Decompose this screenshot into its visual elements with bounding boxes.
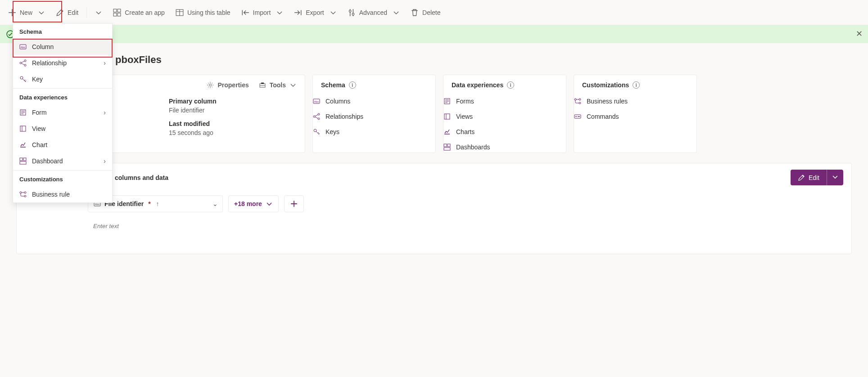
- dropdown-item-dashboard[interactable]: Dashboard ›: [13, 153, 112, 169]
- dropdown-item-label: Relationship: [32, 59, 67, 67]
- chevron-down-icon: [95, 9, 102, 16]
- view-icon: [443, 113, 451, 120]
- separator: [13, 170, 112, 171]
- chevron-down-icon: [289, 81, 297, 89]
- dropdown-item-business-rule[interactable]: Business rule: [13, 186, 112, 202]
- sliders-icon: [348, 9, 356, 17]
- link-label: Keys: [326, 128, 339, 135]
- schema-link-relationships[interactable]: Relationships: [313, 113, 435, 120]
- schema-link-columns[interactable]: Abc Columns: [313, 98, 435, 105]
- dropdown-item-relationship[interactable]: Relationship ›: [13, 55, 112, 71]
- dropdown-item-label: Chart: [32, 141, 47, 148]
- edit-label: Edit: [809, 174, 819, 181]
- trash-icon: [411, 9, 419, 17]
- pencil-icon: [798, 174, 805, 181]
- data-exp-link-charts[interactable]: Charts: [443, 128, 566, 135]
- svg-point-27: [318, 113, 320, 115]
- chevron-down-icon[interactable]: ⌄: [212, 200, 218, 207]
- dropdown-item-chart[interactable]: Chart: [13, 137, 112, 153]
- dropdown-section-data-exp: Data experiences: [13, 90, 112, 104]
- data-exp-link-dashboards[interactable]: Dashboards: [443, 144, 566, 151]
- more-columns-button[interactable]: +18 more: [228, 195, 279, 212]
- new-button[interactable]: New: [4, 6, 50, 19]
- dropdown-item-view[interactable]: View: [13, 121, 112, 137]
- edit-button-main[interactable]: Edit: [791, 171, 827, 185]
- svg-point-37: [579, 99, 581, 100]
- svg-rect-18: [20, 162, 26, 164]
- info-icon[interactable]: i: [507, 81, 514, 89]
- toolbox-icon: [259, 81, 266, 89]
- svg-point-11: [24, 60, 26, 62]
- new-label: New: [20, 9, 32, 16]
- chevron-right-icon: ›: [104, 59, 106, 67]
- info-icon[interactable]: i: [349, 81, 356, 89]
- new-row: [25, 216, 843, 236]
- column-header-row: Abc File identifier * ↑ ⌄ +18 more: [25, 195, 843, 212]
- card-title: Schema: [321, 81, 345, 89]
- chevron-right-icon: ›: [104, 109, 106, 116]
- new-row-input[interactable]: [88, 216, 223, 236]
- plus-icon: [8, 9, 16, 17]
- create-app-label: Create an app: [125, 9, 165, 16]
- delete-label: Delete: [422, 9, 440, 16]
- svg-point-22: [209, 84, 212, 86]
- import-button[interactable]: Import: [237, 6, 288, 19]
- card-title: Data experiences: [452, 81, 503, 89]
- svg-point-21: [24, 192, 26, 193]
- edit-button[interactable]: Edit: [51, 6, 83, 19]
- last-modified-label: Last modified: [169, 120, 297, 127]
- using-table-button[interactable]: Using this table: [171, 6, 235, 19]
- data-exp-link-forms[interactable]: Forms: [443, 98, 566, 105]
- flow-icon: [574, 98, 581, 105]
- view-icon: [19, 125, 27, 132]
- svg-rect-31: [444, 114, 450, 119]
- svg-text:Abc: Abc: [21, 46, 25, 49]
- data-exp-link-views[interactable]: Views: [443, 113, 566, 120]
- link-label: Business rules: [587, 98, 628, 105]
- dropdown-item-key[interactable]: Key: [13, 71, 112, 87]
- advanced-label: Advanced: [359, 9, 387, 16]
- delete-button[interactable]: Delete: [406, 6, 445, 19]
- card-title: Customizations: [582, 81, 629, 89]
- edit-chevron[interactable]: [90, 6, 107, 19]
- dropdown-item-label: Form: [32, 109, 47, 116]
- create-app-button[interactable]: Create an app: [108, 6, 169, 19]
- svg-point-36: [579, 102, 581, 104]
- share-nodes-icon: [19, 59, 27, 67]
- chevron-down-icon: [266, 200, 273, 207]
- svg-rect-3: [118, 13, 121, 16]
- link-label: Charts: [456, 128, 475, 135]
- close-banner-button[interactable]: ✕: [856, 29, 863, 39]
- export-label: Export: [306, 9, 324, 16]
- chart-line-icon: [443, 128, 451, 135]
- schema-link-keys[interactable]: Keys: [313, 128, 435, 135]
- properties-link[interactable]: Properties: [207, 81, 249, 89]
- dropdown-item-label: Business rule: [32, 191, 70, 198]
- pencil-icon: [56, 9, 64, 17]
- svg-rect-34: [444, 148, 450, 150]
- chevron-down-icon: [330, 9, 337, 16]
- customizations-link-business-rules[interactable]: Business rules: [574, 98, 696, 105]
- dashboard-icon: [19, 157, 27, 165]
- add-column-button[interactable]: [284, 195, 304, 212]
- flow-icon: [19, 191, 27, 198]
- success-banner: ✕: [0, 25, 868, 43]
- edit-button-chevron[interactable]: [827, 170, 843, 185]
- svg-rect-33: [448, 144, 450, 147]
- dropdown-item-form[interactable]: Form ›: [13, 104, 112, 121]
- dropdown-item-label: Column: [32, 43, 54, 50]
- advanced-button[interactable]: Advanced: [343, 6, 404, 19]
- share-nodes-icon: [313, 113, 320, 120]
- dropdown-item-column[interactable]: Abc Column: [13, 39, 112, 55]
- link-label: Commands: [587, 113, 619, 120]
- svg-point-28: [318, 118, 320, 120]
- separator: [86, 7, 87, 18]
- command-bar: New Edit Create an app Using this table …: [0, 0, 868, 25]
- form-icon: [443, 98, 451, 105]
- export-icon: [294, 9, 302, 17]
- info-icon[interactable]: i: [633, 81, 640, 89]
- customizations-link-commands[interactable]: Commands: [574, 113, 696, 120]
- tools-link[interactable]: Tools: [259, 81, 297, 89]
- link-label: Views: [456, 113, 473, 120]
- export-button[interactable]: Export: [289, 6, 341, 19]
